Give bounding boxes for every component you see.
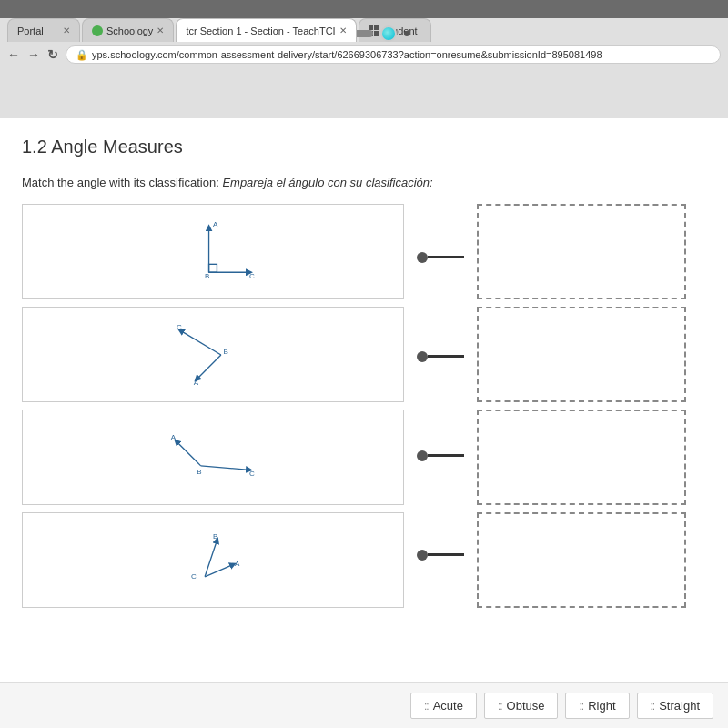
angle-svg-1: A B C — [149, 216, 277, 288]
matching-container: A B C C B A — [22, 204, 706, 608]
instructions: Match the angle with its classification:… — [22, 176, 706, 189]
angle-box-3: A B C — [22, 410, 404, 505]
right-column — [477, 204, 686, 608]
svg-text:C: C — [249, 470, 255, 478]
indicator-dot — [404, 31, 410, 36]
chip-dots-obtuse: :: — [498, 700, 502, 713]
schoology-icon — [92, 25, 103, 36]
connector-dot-1[interactable] — [417, 252, 428, 263]
connector-line-2 — [428, 355, 464, 358]
camera-dot — [380, 25, 397, 42]
connector-line-1 — [428, 256, 464, 258]
refresh-button[interactable]: ↻ — [47, 47, 58, 62]
drop-box-2[interactable] — [477, 307, 686, 402]
angle-box-2: C B A — [22, 307, 404, 402]
svg-text:B: B — [205, 272, 209, 280]
drop-box-3[interactable] — [477, 410, 686, 505]
connector-dot-3[interactable] — [417, 450, 428, 461]
svg-text:A: A — [213, 219, 218, 228]
page-content: 1.2 Angle Measures Match the angle with … — [0, 118, 728, 728]
angle-svg-2: C B A — [149, 318, 277, 391]
connector-row-2 — [417, 308, 464, 404]
angle-svg-3: A B C — [149, 421, 277, 494]
svg-text:C: C — [177, 323, 182, 331]
address-bar: ← → ↻ 🔒 yps.schoology.com/common-assessm… — [0, 42, 728, 67]
answer-chip-right[interactable]: :: Right — [565, 693, 629, 719]
answer-choices: :: Acute :: Obtuse :: Right :: Straight — [0, 682, 728, 728]
connector-line-3 — [428, 454, 464, 457]
page-title: 1.2 Angle Measures — [22, 136, 706, 157]
tab-tcr[interactable]: tcr Section 1 - Section - TeachTCI ✕ — [176, 18, 356, 42]
drop-box-4[interactable] — [477, 512, 686, 608]
answer-label-right: Right — [588, 699, 615, 713]
drop-box-1[interactable] — [477, 204, 686, 299]
answer-label-straight: Straight — [659, 699, 700, 713]
svg-text:C: C — [249, 272, 255, 280]
tab-tcr-label: tcr Section 1 - Section - TeachTCI — [186, 25, 335, 36]
browser-chrome: Portal ✕ Schoology ✕ tcr Section 1 - Sec… — [0, 18, 728, 118]
address-text: yps.schoology.com/common-assessment-deli… — [92, 49, 602, 60]
connector-row-4 — [417, 507, 464, 602]
connector-line-4 — [428, 553, 464, 556]
svg-line-6 — [180, 330, 220, 355]
svg-text:A: A — [171, 433, 177, 441]
chip-dots-acute: :: — [424, 700, 429, 713]
svg-text:A: A — [235, 560, 240, 568]
svg-line-17 — [205, 564, 233, 576]
tab-portal-label: Portal — [17, 25, 44, 36]
answer-chip-obtuse[interactable]: :: Obtuse — [484, 693, 559, 719]
instructions-italic: Empareja el ángulo con su clasificación: — [222, 176, 432, 189]
address-input[interactable]: 🔒 yps.schoology.com/common-assessment-de… — [66, 46, 721, 64]
angle-box-1: A B C — [22, 204, 404, 299]
answer-chip-acute[interactable]: :: Acute — [410, 693, 477, 719]
connection-area — [404, 204, 477, 608]
svg-text:A: A — [194, 378, 199, 386]
tab-portal[interactable]: Portal ✕ — [7, 18, 80, 42]
left-column: A B C C B A — [22, 204, 404, 608]
tab-portal-close[interactable]: ✕ — [63, 25, 70, 35]
instructions-plain: Match the angle with its classification: — [22, 176, 222, 189]
answer-label-acute: Acute — [433, 699, 463, 713]
svg-text:B: B — [197, 467, 201, 475]
connector-row-1 — [417, 209, 464, 305]
svg-line-11 — [177, 441, 201, 466]
connector-dot-4[interactable] — [417, 550, 428, 561]
svg-text:B: B — [224, 348, 228, 356]
lock-icon: 🔒 — [76, 49, 88, 61]
tab-schoology[interactable]: Schoology ✕ — [82, 18, 174, 42]
tab-schoology-label: Schoology — [106, 25, 153, 36]
svg-rect-2 — [209, 264, 217, 272]
connector-row-3 — [417, 408, 464, 503]
svg-line-12 — [201, 465, 249, 469]
answer-label-obtuse: Obtuse — [507, 699, 545, 713]
svg-text:B: B — [213, 532, 217, 541]
svg-line-16 — [205, 540, 217, 576]
angle-svg-4: B C A — [149, 524, 277, 597]
angle-box-4: B C A — [22, 512, 404, 608]
tab-tcr-close[interactable]: ✕ — [339, 25, 347, 35]
tab-schoology-close[interactable]: ✕ — [157, 25, 164, 35]
svg-text:C: C — [191, 572, 197, 581]
chip-dots-straight: :: — [651, 700, 655, 713]
answer-chip-straight[interactable]: :: Straight — [637, 693, 713, 719]
connector-dot-2[interactable] — [417, 351, 428, 362]
svg-line-7 — [197, 355, 221, 379]
forward-button[interactable]: → — [27, 47, 40, 62]
back-button[interactable]: ← — [7, 47, 20, 62]
chip-dots-right: :: — [579, 700, 583, 713]
